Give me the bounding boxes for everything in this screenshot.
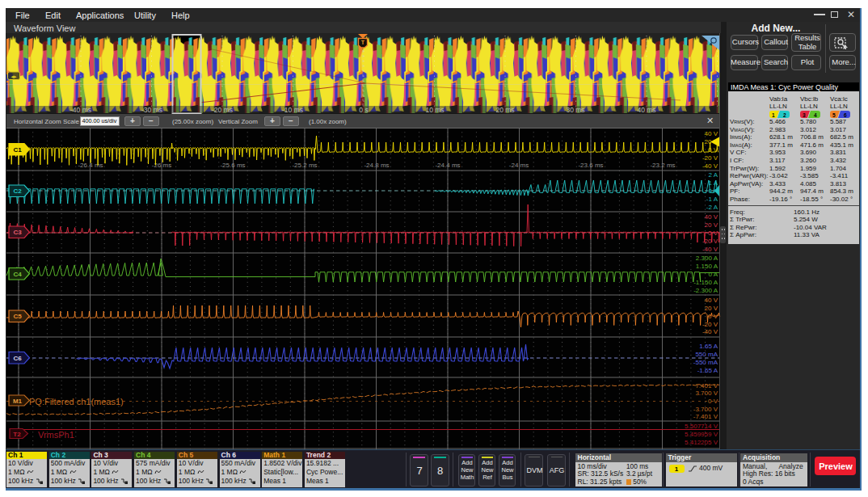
svg-text:550 mA: 550 mA bbox=[695, 351, 718, 358]
svg-text:-40 V: -40 V bbox=[702, 246, 718, 253]
svg-text:-1 A: -1 A bbox=[706, 196, 718, 203]
svg-text:T2: T2 bbox=[13, 431, 21, 438]
svg-text:-20 V: -20 V bbox=[702, 154, 718, 162]
svg-text:10 ms: 10 ms bbox=[425, 106, 444, 114]
svg-text:C4: C4 bbox=[13, 271, 22, 278]
svg-text:40 V: 40 V bbox=[705, 130, 718, 137]
svg-text:VrmsPh1: VrmsPh1 bbox=[38, 430, 74, 440]
svg-text:0 A: 0 A bbox=[708, 271, 718, 278]
svg-text:-25.2 ms: -25.2 ms bbox=[292, 162, 317, 169]
svg-text:-23.2 ms: -23.2 ms bbox=[650, 162, 675, 169]
svg-text:1.65 A: 1.65 A bbox=[699, 343, 718, 350]
svg-text:-10 ms: -10 ms bbox=[282, 106, 303, 114]
svg-text:-2 A: -2 A bbox=[706, 204, 718, 211]
svg-text:-20 V: -20 V bbox=[702, 321, 718, 328]
svg-text:20 ms: 20 ms bbox=[495, 106, 514, 114]
svg-text:-7.401 V: -7.401 V bbox=[693, 413, 718, 420]
svg-text:-24.8 ms: -24.8 ms bbox=[364, 162, 389, 169]
svg-text:-1.65 A: -1.65 A bbox=[697, 367, 718, 374]
svg-text:-24 ms: -24 ms bbox=[509, 162, 529, 169]
svg-text:-550 mA: -550 mA bbox=[693, 359, 718, 366]
svg-text:40 V: 40 V bbox=[705, 213, 718, 221]
svg-text:-26 ms: -26 ms bbox=[152, 162, 171, 169]
svg-text:-40 ms: -40 ms bbox=[70, 106, 91, 114]
svg-text:5.459959 V: 5.459959 V bbox=[685, 431, 718, 438]
svg-text:5.507714 V: 5.507714 V bbox=[685, 423, 718, 430]
svg-text:C6: C6 bbox=[13, 355, 22, 362]
svg-text:7.401 V: 7.401 V bbox=[695, 382, 718, 390]
svg-text:40 V: 40 V bbox=[705, 297, 718, 304]
svg-text:-30 ms: -30 ms bbox=[141, 106, 162, 114]
svg-text:-23.6 ms: -23.6 ms bbox=[578, 162, 603, 169]
svg-text:M1: M1 bbox=[13, 398, 23, 405]
svg-text:-40 V: -40 V bbox=[702, 328, 718, 335]
svg-text:◂▸: ◂▸ bbox=[11, 74, 17, 79]
svg-text:5.412205 V: 5.412205 V bbox=[685, 439, 718, 446]
svg-text:-40 V: -40 V bbox=[702, 162, 718, 170]
svg-text:20 V: 20 V bbox=[705, 221, 718, 229]
svg-text:-3.700 V: -3.700 V bbox=[693, 406, 718, 413]
svg-text:3.700 V: 3.700 V bbox=[695, 390, 718, 397]
svg-text:-2.300 A: -2.300 A bbox=[693, 287, 718, 294]
svg-text:1.150 A: 1.150 A bbox=[696, 263, 718, 270]
svg-text:T: T bbox=[361, 40, 365, 45]
svg-text:0 s: 0 s bbox=[359, 106, 368, 114]
svg-text:20 V: 20 V bbox=[705, 305, 718, 312]
svg-text:C3: C3 bbox=[13, 229, 22, 236]
svg-text:2 A: 2 A bbox=[708, 171, 718, 179]
svg-text:0 V: 0 V bbox=[708, 230, 718, 237]
svg-text:2.300 A: 2.300 A bbox=[696, 255, 718, 262]
svg-text:0 V: 0 V bbox=[708, 398, 718, 405]
svg-text:40 ms: 40 ms bbox=[637, 106, 655, 114]
svg-text:C1: C1 bbox=[13, 146, 22, 154]
svg-text:C5: C5 bbox=[13, 313, 22, 320]
svg-text:-1.150 A: -1.150 A bbox=[693, 279, 718, 286]
svg-text:-25.6 ms: -25.6 ms bbox=[220, 162, 245, 169]
svg-text:-24.4 ms: -24.4 ms bbox=[435, 162, 460, 169]
svg-text:C2: C2 bbox=[13, 187, 22, 195]
svg-text:PQ:Filtered ch1(meas1): PQ:Filtered ch1(meas1) bbox=[29, 397, 124, 406]
svg-text:30 ms: 30 ms bbox=[566, 106, 584, 114]
svg-text:-20 ms: -20 ms bbox=[212, 106, 233, 114]
